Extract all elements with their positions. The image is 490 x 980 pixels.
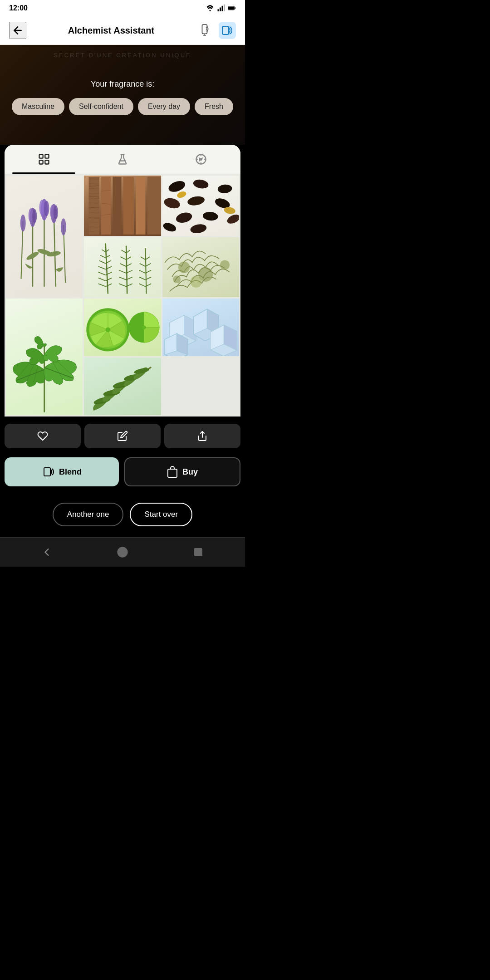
fragrance-tags: Masculine Self-confident Every day Fresh [12, 98, 233, 115]
ingredient-geranium[interactable] [6, 299, 83, 415]
svg-point-54 [163, 196, 181, 210]
svg-rect-8 [202, 24, 207, 34]
svg-line-73 [99, 260, 106, 263]
svg-line-99 [140, 263, 146, 266]
svg-line-80 [119, 284, 127, 286]
tab-compass[interactable] [162, 145, 240, 174]
svg-rect-148 [44, 468, 50, 476]
svg-rect-151 [194, 548, 202, 556]
svg-point-53 [217, 184, 232, 194]
svg-point-103 [178, 261, 190, 273]
svg-point-150 [117, 547, 127, 557]
ingredient-lime[interactable] [84, 299, 161, 356]
svg-rect-4 [224, 5, 225, 11]
svg-line-66 [106, 284, 112, 286]
svg-point-35 [61, 218, 66, 235]
svg-point-63 [176, 190, 187, 199]
status-icons [206, 4, 236, 12]
nav-back[interactable] [39, 544, 55, 560]
ingredient-rosemary[interactable] [84, 237, 161, 298]
hero-bg-text: SECRET D'UNE CREATION UNIQUE [54, 52, 191, 59]
speaker-icon[interactable] [219, 22, 236, 39]
status-bar: 12:00 [0, 0, 245, 16]
svg-rect-9 [222, 26, 229, 34]
svg-point-52 [192, 178, 209, 190]
svg-line-84 [119, 270, 127, 273]
nav-home[interactable] [114, 544, 131, 560]
svg-line-19 [54, 213, 56, 286]
tab-grid[interactable] [5, 145, 83, 174]
svg-rect-41 [136, 177, 146, 235]
ingredient-wood[interactable] [84, 176, 161, 236]
ingredient-moss[interactable] [162, 237, 239, 298]
svg-line-90 [122, 250, 127, 253]
svg-line-101 [141, 257, 146, 260]
like-button[interactable] [5, 424, 81, 448]
back-button[interactable] [9, 22, 26, 39]
tab-flask[interactable] [83, 145, 162, 174]
another-button[interactable]: Another one [53, 503, 124, 526]
svg-line-77 [102, 250, 105, 252]
svg-point-121 [142, 325, 146, 329]
svg-line-95 [139, 277, 146, 279]
svg-line-88 [121, 257, 127, 260]
svg-point-61 [190, 223, 207, 235]
svg-rect-6 [235, 7, 235, 9]
svg-point-60 [162, 221, 177, 233]
ingredient-ice[interactable] [162, 299, 239, 356]
hero-background [0, 45, 245, 145]
ingredients-grid [5, 174, 240, 416]
svg-point-33 [54, 205, 58, 219]
edit-button[interactable] [84, 424, 161, 448]
signal-icon [217, 4, 225, 12]
svg-rect-38 [101, 177, 111, 235]
tag-masculine[interactable]: Masculine [12, 98, 64, 115]
svg-rect-2 [220, 8, 221, 11]
svg-line-97 [139, 270, 146, 273]
buy-button[interactable]: Buy [124, 457, 240, 486]
blend-button[interactable]: Blend [5, 457, 119, 486]
buy-label: Buy [182, 467, 198, 477]
svg-point-59 [225, 213, 239, 225]
svg-rect-7 [228, 7, 234, 10]
svg-line-93 [139, 284, 146, 286]
svg-line-71 [98, 266, 106, 269]
tag-everyday[interactable]: Every day [138, 98, 190, 115]
ingredient-seeds[interactable] [162, 176, 239, 236]
svg-point-0 [210, 10, 211, 11]
battery-icon [228, 4, 236, 12]
svg-point-30 [44, 201, 49, 216]
start-over-button[interactable]: Start over [130, 503, 192, 526]
svg-line-69 [98, 272, 106, 274]
tag-fresh[interactable]: Fresh [195, 98, 233, 115]
svg-rect-10 [39, 155, 43, 158]
svg-point-105 [220, 260, 230, 270]
svg-point-107 [173, 275, 181, 283]
svg-point-29 [39, 200, 45, 215]
device-icon[interactable] [196, 22, 213, 39]
svg-line-68 [106, 278, 112, 280]
svg-line-75 [100, 255, 106, 257]
svg-point-55 [186, 195, 205, 206]
svg-line-65 [98, 284, 106, 286]
svg-point-119 [106, 328, 111, 333]
share-button[interactable] [164, 424, 240, 448]
ingredient-lavender[interactable] [6, 176, 83, 297]
svg-rect-39 [113, 177, 122, 235]
ingredient-olive[interactable] [84, 358, 161, 415]
status-time: 12:00 [9, 4, 28, 12]
svg-line-86 [120, 263, 127, 266]
bottom-actions: Another one Start over [0, 495, 245, 537]
tab-bar [5, 145, 240, 174]
svg-rect-11 [45, 155, 49, 158]
tag-self-confident[interactable]: Self-confident [69, 98, 133, 115]
svg-rect-40 [123, 177, 134, 235]
nav-square[interactable] [190, 544, 206, 560]
svg-point-57 [175, 211, 193, 225]
svg-rect-1 [218, 9, 219, 11]
fragrance-label: Your fragrance is: [91, 79, 154, 89]
svg-point-34 [20, 215, 26, 231]
svg-rect-42 [147, 177, 161, 235]
svg-point-58 [202, 211, 218, 221]
svg-line-92 [146, 248, 147, 294]
